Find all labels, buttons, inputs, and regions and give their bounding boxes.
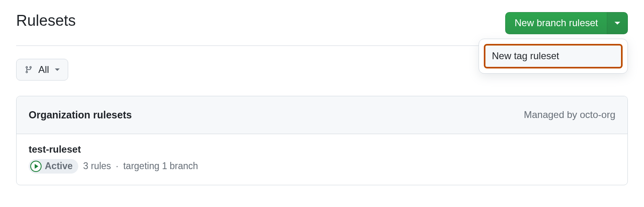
status-label: Active [45,161,73,172]
new-ruleset-dropdown-toggle[interactable] [607,12,628,34]
new-tag-ruleset-menu-item[interactable]: New tag ruleset [484,44,623,68]
new-branch-ruleset-button[interactable]: New branch ruleset [505,12,607,34]
rulesets-listing: Organization rulesets Managed by octo-or… [16,96,628,185]
new-ruleset-button-group: New branch ruleset New tag ruleset [505,12,628,34]
caret-down-icon [55,68,60,71]
listing-managed-by: Managed by octo-org [524,109,615,120]
caret-down-icon [615,22,620,25]
status-badge: Active [29,159,78,174]
play-circle-icon [30,161,42,172]
git-branch-icon [25,65,33,75]
new-ruleset-dropdown-menu: New tag ruleset [479,39,628,74]
listing-header: Organization rulesets Managed by octo-or… [17,96,627,134]
play-icon [35,164,38,169]
filter-label: All [38,64,49,75]
filter-all-button[interactable]: All [16,59,68,81]
page-title: Rulesets [16,12,76,29]
list-item[interactable]: test-ruleset Active 3 rules · targeting … [17,134,627,185]
rules-count: 3 rules [83,161,111,172]
ruleset-name: test-ruleset [29,144,615,155]
meta-separator: · [116,161,118,172]
ruleset-meta: Active 3 rules · targeting 1 branch [29,159,615,174]
targeting-label: targeting 1 branch [123,161,198,172]
listing-header-title: Organization rulesets [29,109,132,121]
